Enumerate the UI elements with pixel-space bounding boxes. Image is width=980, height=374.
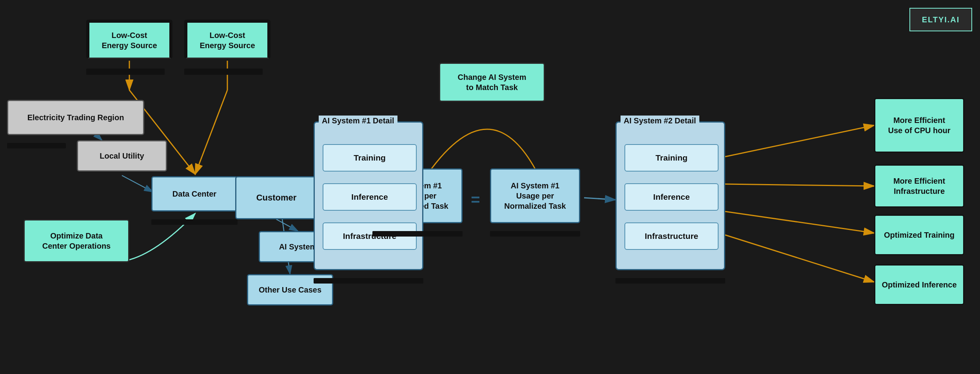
low-cost-2-label: Low-CostEnergy Source	[200, 30, 255, 51]
svg-line-13	[276, 219, 298, 231]
panel2-inference-item: Inference	[624, 183, 719, 211]
panel1-training-item: Training	[323, 144, 417, 172]
low-cost-1-label: Low-CostEnergy Source	[102, 30, 157, 51]
local-utility-node: Local Utility	[77, 140, 167, 172]
customer-node: Customer	[235, 176, 318, 219]
panel2-infrastructure-item: Infrastructure	[624, 222, 719, 250]
optimized-training-node: Optimized Training	[874, 215, 964, 255]
svg-line-7	[195, 90, 227, 174]
redacted-6	[372, 231, 463, 237]
redacted-1	[86, 69, 165, 75]
panel1-inference-item: Inference	[323, 183, 417, 211]
optimize-data-center-node: Optimize DataCenter Operations	[24, 219, 129, 262]
optimized-inference-node: Optimized Inference	[874, 264, 964, 305]
svg-line-21	[725, 235, 874, 282]
svg-line-20	[725, 211, 874, 233]
redacted-2	[184, 69, 263, 75]
svg-line-17	[584, 198, 615, 200]
ai-system2-usage-label: AI System #1Usage perNormalized Task	[504, 181, 566, 211]
ai-system2-usage-node: AI System #1Usage perNormalized Task	[490, 168, 580, 223]
redacted-8	[615, 278, 725, 284]
optimize-label: Optimize DataCenter Operations	[42, 231, 111, 251]
ai-system1-panel: AI System #1 Detail Training Inference I…	[314, 121, 423, 270]
redacted-7	[490, 231, 580, 237]
ai-system2-panel: AI System #2 Detail Training Inference I…	[615, 121, 725, 270]
more-efficient-cpu-node: More Efficient Use of CPU hour	[874, 98, 964, 153]
other-use-cases-label: Other Use Cases	[259, 285, 321, 295]
svg-line-18	[725, 125, 874, 157]
low-cost-energy-2-node: Low-CostEnergy Source	[184, 20, 270, 59]
electricity-trading-region-node: Electricity Trading Region	[7, 100, 144, 135]
svg-line-9	[122, 175, 153, 192]
more-efficient-infra-node: More Efficient Infrastructure	[874, 164, 964, 208]
redacted-4	[151, 219, 238, 225]
redacted-3	[7, 143, 66, 148]
change-ai-label: Change AI Systemto Match Task	[458, 72, 526, 92]
equals-sign: =	[464, 188, 487, 211]
ai-system1-panel-title: AI System #1 Detail	[319, 116, 397, 126]
diagram-container: ELTYI.AI Electricity Trading Region Loca…	[0, 0, 980, 374]
change-ai-system-node: Change AI Systemto Match Task	[439, 63, 545, 102]
data-center-node: Data Center	[151, 176, 238, 211]
panel2-training-item: Training	[624, 144, 719, 172]
logo: ELTYI.AI	[909, 8, 972, 31]
ai-system2-panel-title: AI System #2 Detail	[621, 116, 699, 126]
logo-text: ELTYI.AI	[922, 15, 960, 24]
ai-system-label: AI System	[279, 242, 317, 252]
redacted-5	[314, 278, 423, 284]
svg-line-19	[725, 184, 874, 186]
data-center-label: Data Center	[172, 189, 216, 199]
low-cost-energy-1-node: Low-CostEnergy Source	[86, 20, 172, 59]
